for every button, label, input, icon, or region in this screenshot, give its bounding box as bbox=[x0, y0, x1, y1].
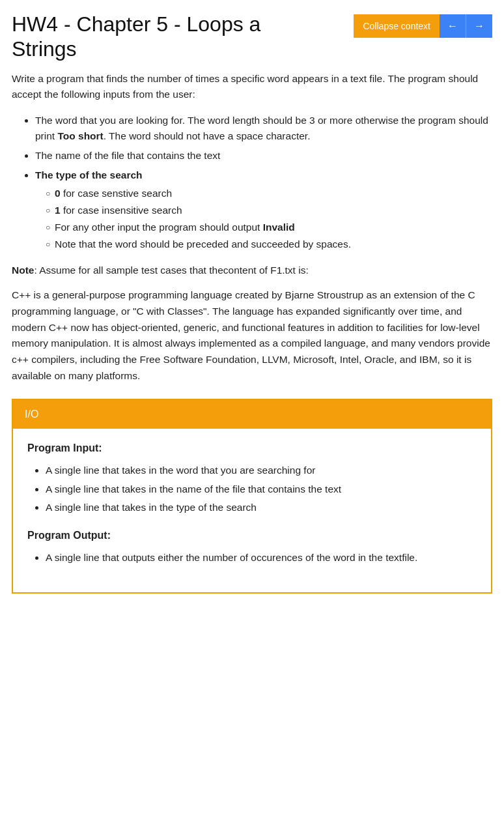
io-header: I/O bbox=[13, 400, 491, 429]
req-word-item: The word that you are looking for. The w… bbox=[35, 113, 492, 144]
input-item-0: A single line that takes in the word tha… bbox=[46, 463, 477, 479]
prev-button[interactable]: ← bbox=[440, 14, 466, 38]
page-title: HW4 - Chapter 5 - Loops andStrings bbox=[12, 12, 354, 62]
intro-text: Write a program that finds the number of… bbox=[12, 71, 492, 102]
requirements-list: The word that you are looking for. The w… bbox=[12, 113, 492, 252]
note-text: Note: Assume for all sample test cases t… bbox=[12, 263, 492, 278]
search-type-spaces: Note that the word should be preceded an… bbox=[46, 237, 492, 252]
program-input-title: Program Input: bbox=[27, 440, 477, 456]
input-item-2: A single line that takes in the type of … bbox=[46, 500, 477, 516]
io-body: Program Input: A single line that takes … bbox=[13, 429, 491, 592]
program-output-title: Program Output: bbox=[27, 528, 477, 543]
content-block: C++ is a general-purpose programming lan… bbox=[12, 287, 492, 384]
search-type-1: 1 for case insensitive search bbox=[46, 203, 492, 218]
req-search-type-item: The type of the search 0 for case sensti… bbox=[35, 167, 492, 252]
page-container: HW4 - Chapter 5 - Loops andStrings Colla… bbox=[0, 0, 504, 613]
note-bold: Note bbox=[12, 265, 34, 276]
header-controls: Collapse context ← → bbox=[354, 14, 492, 38]
search-type-0: 0 for case senstive search bbox=[46, 186, 492, 201]
header-row: HW4 - Chapter 5 - Loops andStrings Colla… bbox=[12, 12, 492, 62]
search-type-label: The type of the search bbox=[35, 169, 143, 180]
collapse-context-button[interactable]: Collapse context bbox=[354, 14, 440, 38]
output-item-0: A single line that outputs either the nu… bbox=[46, 550, 477, 566]
input-item-1: A single line that takes in the name of … bbox=[46, 482, 477, 498]
program-output-list: A single line that outputs either the nu… bbox=[27, 550, 477, 566]
io-section: I/O Program Input: A single line that ta… bbox=[12, 399, 492, 594]
program-input-list: A single line that takes in the word tha… bbox=[27, 463, 477, 516]
req-file-item: The name of the file that contains the t… bbox=[35, 148, 492, 164]
search-type-invalid: For any other input the program should o… bbox=[46, 220, 492, 235]
next-button[interactable]: → bbox=[466, 14, 492, 38]
search-type-sublist: 0 for case senstive search 1 for case in… bbox=[35, 186, 492, 252]
